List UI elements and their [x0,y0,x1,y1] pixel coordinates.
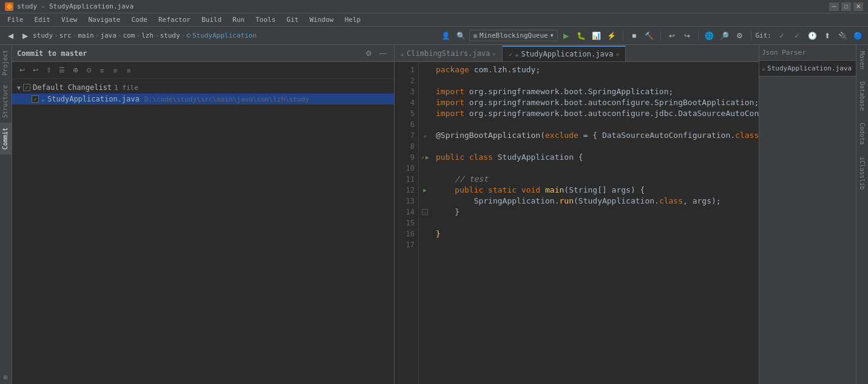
git-label: Git: [756,32,772,39]
gutter-run-icon-9[interactable]: ↗ ▶ [419,152,431,163]
breadcrumb-main[interactable]: main [78,32,94,39]
plugin-2[interactable]: 🔵 [851,29,864,43]
vtab-project[interactable]: Project [0,45,12,80]
menu-tools[interactable]: Tools [251,15,280,25]
build-button[interactable]: 🔨 [643,29,656,43]
vtab-iclasslib[interactable]: iClasslib [857,151,867,196]
tab-java-icon: ☕ [401,50,404,57]
toolbar-sep-2 [660,31,661,41]
run-button[interactable]: ▶ [560,29,573,43]
toolbar-forward-btn[interactable]: ▶ [18,29,32,43]
tab-climbing-stairs[interactable]: ☕ ClimbingStairs.java ✕ [395,46,503,61]
git-check-1[interactable]: ✓ [775,29,788,43]
breadcrumb-src[interactable]: src [59,32,72,39]
menu-run[interactable]: Run [228,15,249,25]
breadcrumb-study2[interactable]: study [160,32,180,39]
maximize-button[interactable]: □ [841,2,851,11]
commit-filter-btn[interactable]: ≡ [109,64,121,77]
commit-add-btn[interactable]: ⇧ [42,64,55,77]
commit-minimize-btn[interactable]: — [377,48,389,59]
commit-rollback-btn[interactable]: ↩ [29,64,41,77]
search-icon[interactable]: 🔍 [454,29,467,43]
commit-list-btn[interactable]: ☰ [56,64,68,77]
code-gutter: ↗ ↗ ▶ ▶ − [419,62,431,384]
app-icon: 🔶 [5,2,13,11]
settings-button[interactable]: ⚙ [733,29,747,43]
redo-button[interactable]: ↪ [680,29,694,43]
breadcrumb-study[interactable]: study [33,32,53,39]
right-tab-study-app[interactable]: ☕ StudyApplication.java [759,61,856,77]
tab-study-application[interactable]: ✓ ☕ StudyApplication.java ✕ [503,46,626,61]
vtab-maven[interactable]: Maven [857,45,867,75]
menu-view[interactable]: View [56,15,83,25]
git-check-2[interactable]: ✓ [790,29,804,43]
close-button[interactable]: ✕ [853,2,863,11]
right-panel-tabs: Json Parser ☕ StudyApplication.java [759,45,856,384]
menu-refactor[interactable]: Refactor [154,15,195,25]
vtab-codota[interactable]: Codota [857,117,867,151]
right-tab-json-parser[interactable]: Json Parser [759,45,856,61]
commit-settings-btn[interactable]: ⚙ [363,48,375,59]
toolbar-right: 👤 🔍 ▣ MineBlockingQueue ▼ ▶ 🐛 📊 ⚡ ■ 🔨 ↩ … [439,29,864,43]
commit-diff-btn[interactable]: ≡ [123,64,135,77]
run-config-selector[interactable]: ▣ MineBlockingQueue ▼ [469,30,557,41]
menu-git[interactable]: Git [282,15,303,25]
vtab-commit[interactable]: Commit [0,123,12,154]
commit-panel-title: Commit to master [17,49,87,58]
menu-build[interactable]: Build [197,15,226,25]
commit-group-btn[interactable]: ⊕ [69,64,81,77]
menu-edit[interactable]: Edit [30,15,56,25]
commit-expand-btn[interactable]: ⊙ [83,64,95,77]
gutter-annotation-icon[interactable]: ↗ [419,130,431,141]
editor-area: ☕ ClimbingStairs.java ✕ ✓ ☕ StudyApplica… [395,45,759,384]
tab-name-active: StudyApplication.java [521,50,613,58]
vtab-structure[interactable]: Structure [0,80,12,123]
tab-close-icon[interactable]: ✕ [492,50,496,57]
vtab-database[interactable]: Database [857,75,867,117]
breadcrumb-com[interactable]: com [123,32,135,39]
menu-code[interactable]: Code [126,15,152,25]
breadcrumb-java[interactable]: java [100,32,117,39]
commit-panel-actions: ⚙ — [363,48,389,59]
changelist-group[interactable]: ▼ ✓ Default Changelist 1 file [12,81,394,94]
run-config-icon: ▣ [473,32,477,39]
right-tab-json-label: Json Parser [762,49,806,57]
menu-help[interactable]: Help [340,15,366,25]
left-vtab-strip: Project Structure Commit ⊞ [0,45,12,384]
menu-file[interactable]: File [2,15,29,25]
commit-sort-btn[interactable]: ≡ [96,64,108,77]
window-controls[interactable]: ─ □ ✕ [829,2,863,11]
code-editor[interactable]: package com.lzh.study; import org.spring… [431,62,759,384]
profile-button[interactable]: ⚡ [605,29,619,43]
file-item-0[interactable]: ✓ ☕ StudyApplication.java D:\code\study\… [12,94,394,105]
fold-box-icon[interactable]: − [422,209,428,215]
breadcrumb-lzh[interactable]: lzh [141,32,154,39]
group-checkbox[interactable]: ✓ [23,84,30,91]
tab-close-active-icon[interactable]: ✕ [615,51,619,58]
git-history[interactable]: 🕐 [805,29,819,43]
run-config-caret: ▼ [551,33,554,38]
file-checkbox[interactable]: ✓ [32,95,39,103]
title-bar-left: 🔶 study - StudyApplication.java [5,2,134,11]
translate-button[interactable]: 🌐 [703,29,716,43]
gutter-fold-icon-14[interactable]: − [419,207,431,218]
coverage-button[interactable]: 📊 [590,29,603,43]
minimize-button[interactable]: ─ [829,2,839,11]
search-everywhere-button[interactable]: 🔎 [718,29,731,43]
breadcrumb-file[interactable]: StudyApplication [192,32,257,39]
commit-refresh-btn[interactable]: ↩ [16,64,28,77]
commit-panel: Commit to master ⚙ — ↩ ↩ ⇧ ☰ ⊕ ⊙ ≡ ≡ ≡ ▼… [12,45,395,384]
debug-button[interactable]: 🐛 [575,29,588,43]
menu-window[interactable]: Window [305,15,339,25]
plugin-1[interactable]: 🔌 [836,29,849,43]
toolbar-back-btn[interactable]: ◀ [4,29,17,43]
vtab-bookmark[interactable]: ⊞ [0,371,10,384]
menu-navigate[interactable]: Navigate [84,15,126,25]
run-config-name: MineBlockingQueue [480,32,548,39]
right-tab-java-icon: ☕ [762,65,765,72]
gutter-run-icon-12[interactable]: ▶ [419,185,431,196]
undo-button[interactable]: ↩ [665,29,679,43]
stop-button[interactable]: ■ [628,29,641,43]
vcs-icon[interactable]: 👤 [439,29,452,43]
git-push[interactable]: ⬆ [821,29,834,43]
